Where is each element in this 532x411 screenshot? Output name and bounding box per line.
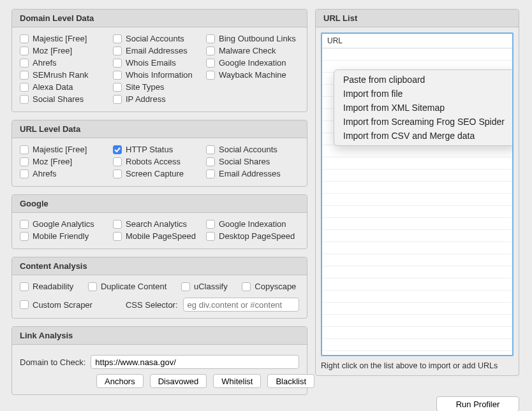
checkbox-email-addresses[interactable]: Email Addresses bbox=[206, 168, 299, 180]
domain-level-title: Domain Level Data bbox=[12, 10, 307, 27]
url-list-row[interactable] bbox=[322, 145, 512, 157]
url-list-row[interactable] bbox=[322, 315, 512, 327]
url-list-row[interactable] bbox=[322, 182, 512, 194]
blacklist-button[interactable]: Blacklist bbox=[267, 374, 314, 388]
context-menu-item[interactable]: Import from XML Sitemap bbox=[334, 101, 514, 115]
context-menu-item[interactable]: Paste from clipboard bbox=[334, 73, 514, 87]
checkbox-box bbox=[242, 282, 251, 291]
content-panel: Content Analysis ReadabilityDuplicate Co… bbox=[11, 257, 307, 319]
checkbox-robots-access[interactable]: Robots Access bbox=[113, 155, 206, 168]
domain-check-label: Domain to Check: bbox=[20, 357, 85, 367]
checkbox-screen-capture[interactable]: Screen Capture bbox=[113, 168, 206, 180]
checkbox-ahrefs[interactable]: Ahrefs bbox=[20, 168, 113, 180]
context-menu-item[interactable]: Import from Screaming Frog SEO Spider bbox=[334, 115, 514, 129]
domain-check-input[interactable] bbox=[91, 355, 299, 369]
custom-scraper-checkbox[interactable]: Custom Scraper bbox=[20, 299, 92, 311]
checkbox-label: Moz [Free] bbox=[33, 46, 72, 55]
url-list-frame[interactable]: URL Paste from clipboardImport from file… bbox=[321, 32, 514, 356]
url-list-row[interactable] bbox=[322, 266, 512, 278]
url-list-title: URL List bbox=[316, 10, 519, 27]
checkbox-mobile-pagespeed[interactable]: Mobile PageSpeed bbox=[113, 230, 206, 242]
checkbox-google-analytics[interactable]: Google Analytics bbox=[20, 218, 113, 230]
url-list-row[interactable] bbox=[322, 254, 512, 266]
checkbox-label: Malware Check bbox=[219, 46, 276, 55]
whitelist-button[interactable]: Whitelist bbox=[213, 374, 261, 388]
checkbox-social-accounts[interactable]: Social Accounts bbox=[113, 32, 206, 45]
checkbox-search-analytics[interactable]: Search Analytics bbox=[113, 218, 206, 230]
checkbox-bing-outbound-links[interactable]: Bing Outbound Links bbox=[206, 32, 299, 45]
css-selector-input[interactable] bbox=[183, 298, 299, 312]
run-row: Run Profiler bbox=[315, 396, 519, 411]
url-list-row[interactable] bbox=[322, 303, 512, 315]
checkbox-whois-information[interactable]: Whois Information bbox=[113, 69, 206, 81]
checkbox-social-shares[interactable]: Social Shares bbox=[206, 155, 299, 168]
checkbox-mobile-friendly[interactable]: Mobile Friendly bbox=[20, 230, 113, 242]
checkbox-desktop-pagespeed[interactable]: Desktop PageSpeed bbox=[206, 230, 299, 242]
url-list-row[interactable] bbox=[322, 218, 512, 230]
checkbox-moz-free-[interactable]: Moz [Free] bbox=[20, 45, 113, 57]
link-title: Link Analysis bbox=[12, 327, 307, 345]
checkbox-label: Readability bbox=[33, 282, 73, 291]
checkbox-label: Duplicate Content bbox=[101, 282, 166, 291]
checkbox-readability[interactable]: Readability bbox=[20, 280, 77, 292]
checkbox-wayback-machine[interactable]: Wayback Machine bbox=[206, 69, 299, 81]
checkbox-box bbox=[20, 169, 29, 178]
checkbox-majestic-free-[interactable]: Majestic [Free] bbox=[20, 32, 113, 45]
checkbox-box bbox=[20, 220, 29, 229]
checkbox-duplicate-content[interactable]: Duplicate Content bbox=[88, 280, 170, 292]
checkbox-google-indexation[interactable]: Google Indexation bbox=[206, 218, 299, 230]
content-grid: ReadabilityDuplicate ContentuClassifyCop… bbox=[20, 280, 299, 292]
context-menu: Paste from clipboardImport from fileImpo… bbox=[334, 69, 514, 146]
disavowed-button[interactable]: Disavowed bbox=[150, 374, 207, 388]
checkbox-semrush-rank[interactable]: SEMrush Rank bbox=[20, 69, 113, 81]
checkbox-majestic-free-[interactable]: Majestic [Free] bbox=[20, 143, 113, 155]
context-menu-item[interactable]: Import from CSV and Merge data bbox=[334, 129, 514, 143]
checkbox-ip-address[interactable]: IP Address bbox=[113, 93, 206, 105]
url-list-row[interactable] bbox=[322, 206, 512, 218]
checkbox-google-indexation[interactable]: Google Indexation bbox=[206, 57, 299, 69]
url-level-title: URL Level Data bbox=[12, 120, 307, 138]
url-list-row[interactable] bbox=[322, 242, 512, 254]
url-list-column-header[interactable]: URL bbox=[322, 34, 512, 48]
anchors-button[interactable]: Anchors bbox=[96, 374, 144, 388]
url-list-row[interactable] bbox=[322, 157, 512, 169]
context-menu-item[interactable]: Import from file bbox=[334, 87, 514, 101]
checkbox-alexa-data[interactable]: Alexa Data bbox=[20, 81, 113, 93]
checkbox-whois-emails[interactable]: Whois Emails bbox=[113, 57, 206, 69]
checkbox-moz-free-[interactable]: Moz [Free] bbox=[20, 155, 113, 168]
main-layout: Domain Level Data Majestic [Free]Social … bbox=[11, 9, 523, 411]
checkbox-uclassify[interactable]: uClassify bbox=[181, 280, 230, 292]
checkbox-http-status[interactable]: HTTP Status bbox=[113, 143, 206, 155]
url-list-row[interactable] bbox=[322, 194, 512, 206]
checkbox-label: Robots Access bbox=[126, 157, 181, 166]
checkbox-label: Mobile PageSpeed bbox=[126, 231, 196, 241]
url-list-row[interactable] bbox=[322, 339, 512, 351]
left-column: Domain Level Data Majestic [Free]Social … bbox=[11, 9, 307, 411]
url-list-row[interactable] bbox=[322, 291, 512, 303]
checkbox-label: Email Addresses bbox=[126, 46, 188, 55]
checkbox-box bbox=[20, 71, 29, 80]
run-profiler-button[interactable]: Run Profiler bbox=[436, 396, 519, 411]
url-list-row[interactable] bbox=[322, 230, 512, 242]
checkbox-ahrefs[interactable]: Ahrefs bbox=[20, 57, 113, 69]
url-list-row[interactable] bbox=[322, 48, 512, 61]
url-list-row[interactable] bbox=[322, 278, 512, 291]
checkbox-copyscape[interactable]: Copyscape bbox=[242, 280, 299, 292]
checkbox-label: Google Indexation bbox=[219, 219, 286, 229]
checkbox-box bbox=[206, 232, 215, 241]
checkbox-social-shares[interactable]: Social Shares bbox=[20, 93, 113, 105]
checkbox-label: Alexa Data bbox=[33, 82, 73, 92]
css-selector-label: CSS Selector: bbox=[126, 300, 178, 310]
domain-level-panel: Domain Level Data Majestic [Free]Social … bbox=[11, 9, 307, 112]
checkbox-box bbox=[20, 157, 29, 166]
url-list-row[interactable] bbox=[322, 169, 512, 182]
checkbox-malware-check[interactable]: Malware Check bbox=[206, 45, 299, 57]
checkbox-box bbox=[20, 95, 29, 104]
url-level-grid: Majestic [Free]HTTP StatusSocial Account… bbox=[12, 138, 307, 186]
checkbox-box bbox=[113, 95, 122, 104]
checkbox-site-types[interactable]: Site Types bbox=[113, 81, 206, 93]
checkbox-box bbox=[113, 34, 122, 43]
checkbox-email-addresses[interactable]: Email Addresses bbox=[113, 45, 206, 57]
checkbox-social-accounts[interactable]: Social Accounts bbox=[206, 143, 299, 155]
url-list-row[interactable] bbox=[322, 327, 512, 339]
